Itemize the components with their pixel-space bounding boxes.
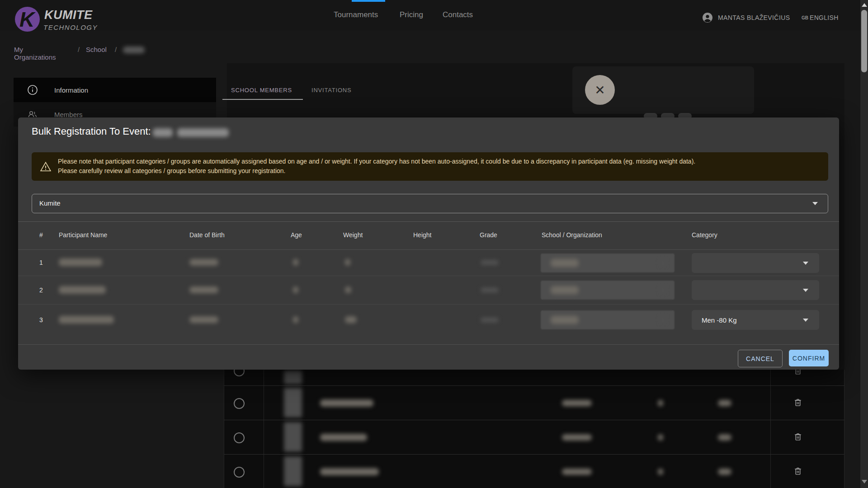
table-border (224, 370, 224, 488)
discipline-select-value: Kumite (39, 199, 61, 207)
delete-icon[interactable] (793, 432, 803, 442)
redacted-school (551, 316, 579, 324)
page: K KUMITE TECHNOLOGY Tournaments Pricing … (0, 0, 868, 488)
chevron-down-icon (803, 289, 808, 292)
redacted-age (293, 286, 298, 293)
redacted-age (293, 259, 298, 266)
loading-bar (352, 0, 385, 2)
category-select[interactable] (692, 253, 819, 273)
row-radio[interactable] (234, 432, 245, 443)
redacted-participant-name (59, 316, 114, 324)
warning-text: Please note that participant categories … (58, 157, 808, 176)
row-radio[interactable] (234, 467, 245, 478)
table-header-divider (18, 249, 839, 250)
breadcrumb-redacted-item (123, 47, 145, 53)
brand-logo[interactable]: K (15, 7, 40, 32)
redacted-date (562, 469, 592, 475)
redacted-dob (189, 316, 218, 323)
school-org-input[interactable] (541, 253, 675, 272)
info-icon (27, 84, 38, 95)
member-photo (284, 371, 302, 384)
user-menu[interactable]: MANTAS BLAŽEVIČIUS (718, 14, 790, 21)
redacted-school (551, 259, 579, 267)
redacted-weight (345, 316, 357, 323)
brand-name: KUMITE (44, 8, 93, 22)
tab-invitations[interactable]: INVITATIONS (311, 87, 352, 94)
chevron-down-icon (803, 319, 808, 322)
col-header-grade: Grade (480, 231, 497, 239)
row-divider (224, 385, 844, 386)
col-header-school: School / Organization (542, 231, 602, 239)
nav-contacts[interactable]: Contacts (443, 10, 473, 19)
nav-tournaments[interactable]: Tournaments (334, 10, 378, 19)
clear-icon[interactable] (659, 316, 666, 324)
scrollbar-up-arrow[interactable] (862, 3, 867, 7)
scrollbar-thumb[interactable] (861, 10, 867, 72)
school-org-input[interactable] (541, 310, 675, 329)
nav-pricing[interactable]: Pricing (400, 10, 423, 19)
row-index: 2 (39, 286, 43, 294)
row-index: 3 (39, 316, 43, 324)
redacted-value (658, 469, 663, 475)
row-divider (18, 276, 839, 276)
chevron-down-icon (812, 202, 818, 205)
confirm-button[interactable]: CONFIRM (789, 350, 829, 366)
members-table-background (224, 370, 844, 488)
school-org-input[interactable] (541, 281, 675, 300)
scrollbar-down-arrow[interactable] (862, 480, 867, 483)
category-select[interactable] (692, 280, 819, 300)
sidebar-item-information[interactable]: Information (14, 78, 216, 102)
redacted-school (551, 286, 579, 294)
sidebar-item-label: Information (54, 86, 88, 94)
category-select[interactable]: Men -80 Kg (692, 310, 819, 330)
breadcrumb-separator: / (115, 46, 117, 53)
chevron-down-icon (803, 262, 808, 265)
redacted-value (718, 400, 731, 406)
modal-footer-divider (18, 344, 839, 345)
close-icon[interactable]: ✕ (585, 75, 615, 105)
redacted-weight (345, 286, 351, 293)
user-avatar-icon[interactable] (702, 12, 713, 23)
col-header-age: Age (291, 231, 302, 239)
col-header-weight: Weight (343, 231, 363, 239)
redacted-value (658, 434, 663, 441)
redacted-dob (189, 286, 218, 293)
redacted-dob (189, 259, 218, 266)
member-photo (284, 422, 302, 452)
clear-icon[interactable] (659, 259, 666, 267)
table-border (264, 370, 264, 488)
tab-school-members[interactable]: SCHOOL MEMBERS (231, 87, 292, 94)
warning-banner: Please note that participant categories … (32, 152, 828, 181)
redacted-date (562, 434, 592, 441)
delete-icon[interactable] (793, 398, 803, 408)
discipline-select[interactable]: Kumite (32, 194, 828, 213)
table-border-top (18, 221, 839, 222)
redacted-participant-name (59, 258, 102, 266)
language-menu[interactable]: ENGLISH (810, 14, 839, 21)
warning-icon (40, 161, 52, 173)
clear-icon[interactable] (659, 286, 666, 294)
redacted-value (718, 469, 731, 475)
breadcrumb-my-organizations[interactable]: My Organizations (14, 46, 56, 61)
scrollbar-track[interactable] (860, 0, 868, 488)
breadcrumb-school[interactable]: School (86, 46, 107, 53)
row-radio[interactable] (234, 398, 245, 409)
col-header-name: Participant Name (59, 231, 107, 239)
member-photo (284, 388, 302, 418)
col-header-height: Height (413, 231, 431, 239)
modal-title: Bulk Registration To Event: (32, 126, 151, 137)
cancel-button[interactable]: CANCEL (738, 350, 783, 367)
redacted-grade (481, 260, 499, 265)
active-tab-indicator (222, 99, 303, 100)
redacted-date (562, 400, 592, 406)
delete-icon[interactable] (793, 466, 803, 476)
table-border (844, 370, 844, 488)
redacted-weight (345, 259, 350, 266)
category-select-value: Men -80 Kg (702, 316, 737, 324)
warning-line-2: Please carefully review all categories /… (58, 166, 808, 176)
brand-logo-letter: K (19, 9, 34, 30)
row-index: 1 (39, 259, 43, 266)
col-header-category: Category (692, 231, 717, 239)
redacted-grade (481, 287, 499, 293)
col-header-dob: Date of Birth (189, 231, 225, 239)
